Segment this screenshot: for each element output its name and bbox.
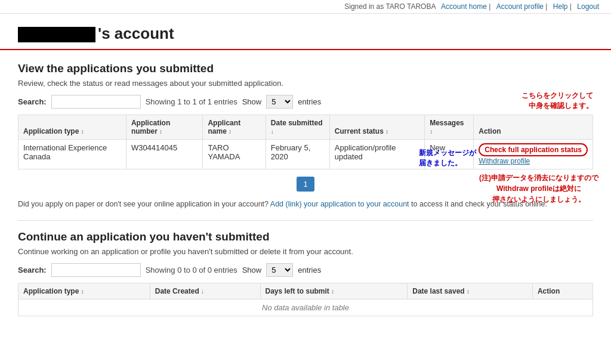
search2-label: Search: <box>18 266 47 274</box>
no-data-cell: No data available in table <box>18 300 593 316</box>
search2-input[interactable] <box>51 263 141 277</box>
showing2-text: Showing 0 to 0 of 0 entries <box>146 266 237 274</box>
col-app-type[interactable]: Application type ↕ <box>18 115 126 140</box>
check-full-status-link[interactable]: Check full application status <box>479 143 588 156</box>
table2-header: Application type ↕ Date Created ↓ Days l… <box>18 283 593 300</box>
section1-search-bar: Search: Showing 1 to 1 of 1 entries Show… <box>18 95 593 109</box>
col2-app-type[interactable]: Application type ↕ <box>18 283 150 300</box>
table2-body: No data available in table <box>18 300 593 316</box>
callout-messages: 新規メッセージが 届きました。 <box>419 148 476 168</box>
section-divider <box>18 220 593 221</box>
unsubmitted-table: Application type ↕ Date Created ↓ Days l… <box>18 283 593 316</box>
col-applicant-name[interactable]: Applicant name ↕ <box>203 115 266 140</box>
callout-withdraw: (注)申請データを消去になりますので Withdraw profileは絶対に … <box>479 172 598 205</box>
help-link[interactable]: Help <box>553 2 568 11</box>
cell-applicant-name: TARO YAMADA <box>203 140 266 169</box>
add-application-link[interactable]: Add (link) your application to your acco… <box>270 200 409 208</box>
redacted-name <box>18 27 95 42</box>
entries2-label: entries <box>298 266 321 274</box>
withdraw-profile-link[interactable]: Withdraw profile <box>479 157 530 165</box>
search-label: Search: <box>18 97 47 106</box>
show2-select-wrapper[interactable]: 5 10 25 50 <box>266 263 293 277</box>
col-messages[interactable]: Messages ↕ <box>425 115 474 140</box>
col-action: Action <box>474 115 593 140</box>
cell-app-number: W304414045 <box>126 140 203 169</box>
cell-messages: New 新規メッセージが 届きました。 <box>425 140 474 169</box>
section-submitted: View the applications you submitted Revi… <box>18 62 593 208</box>
table-body: International Experience Canada W3044140… <box>18 140 593 169</box>
col2-date-created[interactable]: Date Created ↓ <box>150 283 260 300</box>
col2-action: Action <box>532 283 593 300</box>
col2-date-last-saved[interactable]: Date last saved ↕ <box>408 283 533 300</box>
page-title: 's account <box>18 24 593 43</box>
col-date-submitted[interactable]: Date submitted ↓ <box>266 115 329 140</box>
account-home-link[interactable]: Account home <box>441 2 487 11</box>
main-content: View the applications you submitted Revi… <box>0 50 611 335</box>
callout-top-right: こちらをクリックして 中身を確認します。 <box>521 91 593 111</box>
col-current-status[interactable]: Current status ↕ <box>329 115 424 140</box>
showing-text: Showing 1 to 1 of 1 entries <box>146 97 237 106</box>
search-input[interactable] <box>51 95 141 109</box>
no-data-row: No data available in table <box>18 300 593 316</box>
col-app-number[interactable]: Application number ↕ <box>126 115 203 140</box>
cell-date-submitted: February 5, 2020 <box>266 140 329 169</box>
table-header: Application type ↕ Application number ↕ … <box>18 115 593 140</box>
section1-title: View the applications you submitted <box>18 62 593 75</box>
cell-action: Check full application status Withdraw p… <box>474 140 593 169</box>
logout-link[interactable]: Logout <box>577 2 599 11</box>
signed-in-text: Signed in as TARO TAROBA <box>344 2 436 11</box>
section1-desc: Review, check the status or read message… <box>18 79 593 88</box>
entries-label: entries <box>298 97 321 106</box>
show-select-wrapper[interactable]: 5 10 25 50 <box>266 95 293 109</box>
section-unsubmitted: Continue an application you haven't subm… <box>18 230 593 316</box>
cell-app-type: International Experience Canada <box>18 140 126 169</box>
page-header: 's account <box>0 14 611 50</box>
section2-title: Continue an application you haven't subm… <box>18 230 593 243</box>
applications-table-wrapper: こちらをクリックして 中身を確認します。 Application type ↕ … <box>18 115 593 169</box>
show-label: Show <box>242 97 262 106</box>
table-row: International Experience Canada W3044140… <box>18 140 593 169</box>
show2-label: Show <box>242 266 262 274</box>
cell-current-status: Application/profile updated <box>329 140 424 169</box>
entries-select[interactable]: 5 10 25 50 <box>266 95 293 109</box>
page-1-button[interactable]: 1 <box>297 177 314 192</box>
col2-days-left[interactable]: Days left to submit ↕ <box>260 283 408 300</box>
account-profile-link[interactable]: Account profile <box>496 2 544 11</box>
section2-search-bar: Search: Showing 0 to 0 of 0 entries Show… <box>18 263 593 277</box>
top-bar: Signed in as TARO TAROBA Account home | … <box>0 0 611 14</box>
section2-desc: Continue working on an application or pr… <box>18 247 593 256</box>
applications-table: Application type ↕ Application number ↕ … <box>18 115 593 169</box>
entries2-select[interactable]: 5 10 25 50 <box>266 263 293 277</box>
